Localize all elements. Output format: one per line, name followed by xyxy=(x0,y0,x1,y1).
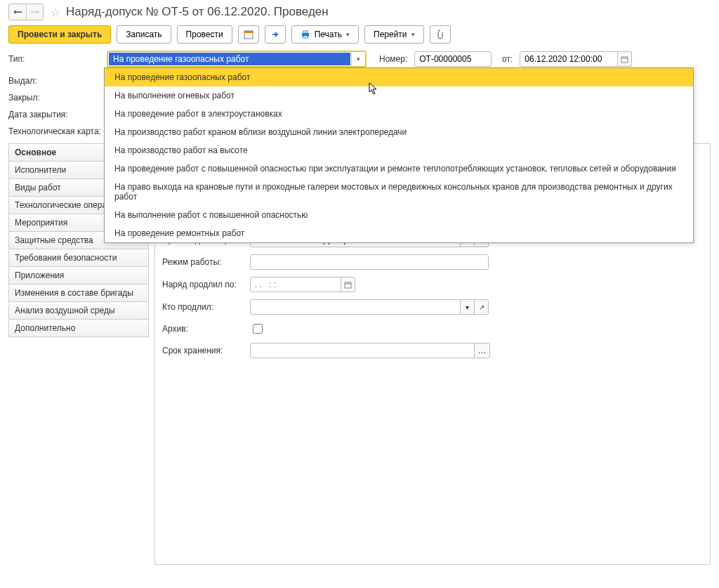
issued-label: Выдал: xyxy=(8,76,100,86)
archive-checkbox[interactable] xyxy=(253,324,263,334)
sidebar-item-teamchanges[interactable]: Изменения в составе бригады xyxy=(8,285,149,302)
print-button[interactable]: Печать ▾ xyxy=(291,25,359,44)
sidebar-item-additional[interactable]: Дополнительно xyxy=(8,320,149,337)
archive-label: Архив: xyxy=(162,324,250,334)
extended-field[interactable] xyxy=(250,277,341,292)
attachment-button[interactable] xyxy=(430,25,451,44)
select-dots-button[interactable]: … xyxy=(475,343,490,358)
goto-label: Перейти xyxy=(374,30,407,39)
dropdown-item[interactable]: На производство работ краном вблизи возд… xyxy=(105,123,693,141)
svg-rect-1 xyxy=(244,31,253,33)
close-date-label: Дата закрытия: xyxy=(8,110,100,119)
sidebar-item-airanalysis[interactable]: Анализ воздушной среды xyxy=(8,302,149,320)
back-button[interactable]: 🠔 xyxy=(9,4,26,20)
dropdown-item[interactable]: На выполнение огневых работ xyxy=(105,86,693,105)
from-label: от: xyxy=(499,54,513,64)
open-button[interactable]: ↗ xyxy=(475,299,489,315)
post-and-close-button[interactable]: Провести и закрыть xyxy=(8,25,111,44)
extender-field[interactable] xyxy=(250,299,461,315)
calendar-icon-button[interactable] xyxy=(238,25,259,44)
dropdown-item[interactable]: На проведение газоопасных работ xyxy=(105,68,693,86)
date-field[interactable] xyxy=(520,51,618,67)
calendar-picker-icon[interactable] xyxy=(618,51,632,67)
star-icon[interactable]: ☆ xyxy=(51,6,60,19)
page-title: Наряд-допуск № ОТ-5 от 06.12.2020. Прове… xyxy=(66,5,329,19)
mode-label: Режим работы: xyxy=(162,257,250,267)
closed-label: Закрыл: xyxy=(8,93,100,103)
dropdown-item[interactable]: На производство работ на высоте xyxy=(105,141,693,159)
type-dropdown[interactable]: На проведение газоопасных работ На выпол… xyxy=(104,67,694,243)
number-label: Номер: xyxy=(379,54,407,64)
storage-label: Срок хранения: xyxy=(162,346,250,355)
forward-button[interactable]: 🠖 xyxy=(26,4,43,20)
caret-down-icon: ▾ xyxy=(346,31,350,38)
techmap-label: Технологическая карта: xyxy=(8,126,114,136)
dropdown-item[interactable]: На проведение ремонтных работ xyxy=(105,224,693,242)
svg-rect-4 xyxy=(303,36,308,38)
extended-label: Наряд продлил по: xyxy=(162,280,250,289)
extender-label: Кто продлил: xyxy=(162,302,250,312)
select-button[interactable]: ▾ xyxy=(461,299,475,315)
svg-rect-3 xyxy=(303,31,308,33)
arrow-icon-button[interactable] xyxy=(265,25,286,44)
goto-button[interactable]: Перейти ▾ xyxy=(364,25,424,44)
svg-rect-7 xyxy=(345,282,351,288)
dropdown-item[interactable]: На проведение работ с повышенной опаснос… xyxy=(105,159,693,178)
type-dropdown-button[interactable]: ▾ xyxy=(351,52,365,66)
dropdown-item[interactable]: На право выхода на крановые пути и прохо… xyxy=(105,178,693,206)
storage-field[interactable] xyxy=(250,343,475,358)
type-value: На проведение газоопасных работ xyxy=(109,53,350,65)
print-label: Печать xyxy=(315,30,342,39)
type-label: Тип: xyxy=(8,54,100,64)
mode-field[interactable] xyxy=(250,254,489,270)
write-button[interactable]: Записать xyxy=(117,25,171,44)
calendar-picker-icon[interactable] xyxy=(341,277,355,292)
number-field[interactable] xyxy=(414,51,492,67)
sidebar-item-safety[interactable]: Требования безопасности xyxy=(8,249,149,267)
dropdown-item[interactable]: На проведение работ в электроустановках xyxy=(105,105,693,123)
sidebar-item-attachments[interactable]: Приложения xyxy=(8,267,149,285)
caret-down-icon: ▾ xyxy=(411,31,415,38)
svg-rect-5 xyxy=(621,57,628,63)
type-field[interactable]: На проведение газоопасных работ ▾ xyxy=(107,51,367,67)
dropdown-item[interactable]: На выполнение работ с повышенной опаснос… xyxy=(105,206,693,224)
post-button[interactable]: Провести xyxy=(177,25,232,44)
